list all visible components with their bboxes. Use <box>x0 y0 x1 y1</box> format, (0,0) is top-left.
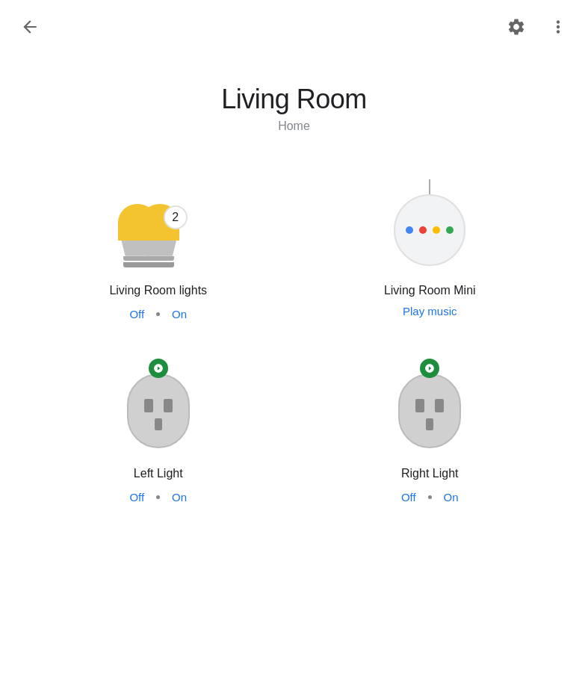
dot-yellow <box>433 226 440 234</box>
left-light-on-button[interactable]: On <box>170 488 188 507</box>
settings-button[interactable] <box>501 12 531 42</box>
device-card-living-room-lights: 2 Living Room lights Off On <box>30 163 287 331</box>
mini-wire <box>429 179 430 194</box>
room-subtitle: Home <box>0 120 588 133</box>
right-light-controls: Off On <box>400 488 460 507</box>
left-light-name: Left Light <box>134 467 183 480</box>
left-plug-prong-1 <box>144 399 153 412</box>
left-light-controls: Off On <box>128 488 188 507</box>
header <box>0 0 588 54</box>
play-music-button[interactable]: Play music <box>403 305 457 318</box>
bulb-2: 2 <box>136 204 185 267</box>
right-light-off-button[interactable]: Off <box>400 488 418 507</box>
lights-on-button[interactable]: On <box>170 305 188 323</box>
lights-name: Living Room lights <box>109 284 207 297</box>
left-light-separator <box>156 495 160 499</box>
lights-off-button[interactable]: Off <box>128 305 146 323</box>
right-plug-prong-1 <box>415 399 424 412</box>
mini-controls: Play music <box>403 305 457 318</box>
right-plug-ground <box>426 418 433 430</box>
back-button[interactable] <box>15 12 45 42</box>
device-grid: 2 Living Room lights Off On Living Ro <box>0 155 588 521</box>
lights-controls-separator <box>156 312 160 316</box>
left-plug-ground <box>155 418 162 430</box>
mini-icon-area[interactable] <box>377 170 482 275</box>
mini-name: Living Room Mini <box>384 284 476 297</box>
dot-red <box>419 226 427 234</box>
left-plug-on-indicator <box>149 359 168 378</box>
dot-blue <box>406 226 413 234</box>
mini-circle <box>394 194 465 266</box>
left-plug-icon-area[interactable] <box>106 353 211 458</box>
bulb-count-badge: 2 <box>164 205 188 229</box>
lights-controls: Off On <box>128 305 188 323</box>
title-section: Living Room Home <box>0 54 588 155</box>
room-title: Living Room <box>0 84 588 115</box>
right-light-separator <box>428 495 432 499</box>
right-light-on-button[interactable]: On <box>442 488 460 507</box>
left-plug-prong-2 <box>164 399 173 412</box>
lights-icon-area[interactable]: 2 <box>106 170 211 275</box>
right-plug-prong-2 <box>435 399 444 412</box>
device-card-left-light: Left Light Off On <box>30 346 287 514</box>
device-card-right-light: Right Light Off On <box>302 346 559 514</box>
right-plug-icon-area[interactable] <box>377 353 482 458</box>
more-options-button[interactable] <box>543 12 573 42</box>
device-card-living-room-mini: Living Room Mini Play music <box>302 163 559 331</box>
dot-green <box>446 226 454 234</box>
left-plug-body <box>127 374 190 448</box>
left-light-off-button[interactable]: Off <box>128 488 146 507</box>
right-light-name: Right Light <box>401 467 459 480</box>
right-plug-body <box>398 374 461 448</box>
